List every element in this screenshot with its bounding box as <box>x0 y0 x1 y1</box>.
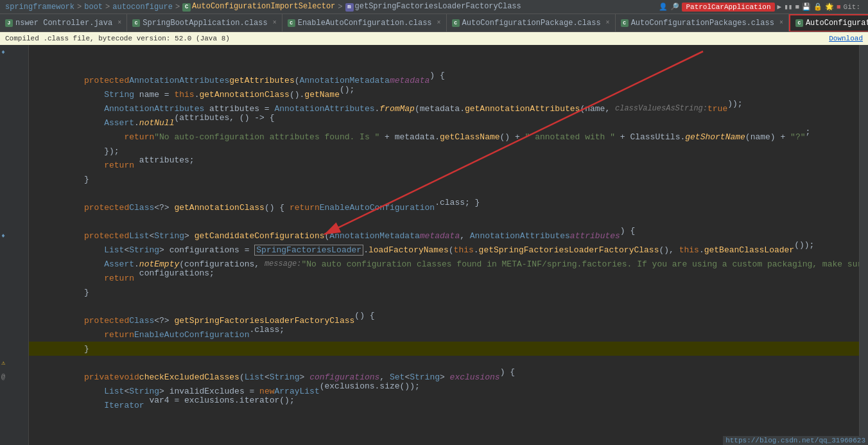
str-noautoconfig: "No auto-configuration attributes found.… <box>154 132 379 142</box>
cn-assert2: Assert <box>104 259 134 269</box>
code-line-configurations: List<String> configurations = SpringFact… <box>29 243 859 257</box>
highlighted-springfactoriesloader: SpringFactoriesLoader <box>254 245 363 256</box>
gutter-line-3 <box>0 73 28 87</box>
code-line-getspringfactories: protected Class<?> getSpringFactoriesLoa… <box>29 313 859 327</box>
param-exclusions: exclusions <box>450 372 500 382</box>
cn-annotationmetadata2: AnnotationMetadata <box>329 231 419 241</box>
param-metadata: metadata <box>390 76 430 85</box>
gutter-line-25 <box>0 384 28 398</box>
kw-void: void <box>119 372 139 382</box>
download-link[interactable]: Download <box>829 35 863 42</box>
mn-getspringfactoriesloader: getSpringFactoriesLoaderFactoryClass <box>174 316 354 326</box>
cn-annotationattributes4: AnnotationAttributes <box>470 231 570 241</box>
gutter-line-19 <box>0 299 28 313</box>
code-line-return-attributes: return attributes; <box>29 158 859 172</box>
gutter-line-2 <box>0 59 28 73</box>
gutter-line-22 <box>0 342 28 356</box>
mn-checkexcluded: checkExcludedClasses <box>139 372 239 382</box>
cn-string2: String <box>154 231 184 241</box>
tab-autoconfigurationpackage[interactable]: C AutoConfigurationPackage.class × <box>447 14 616 31</box>
cn-list4: List <box>104 387 124 396</box>
at-icon: @ <box>1 374 5 381</box>
bc-boot[interactable]: boot <box>84 3 103 12</box>
tab-autoconfigurationimportselector[interactable]: C AutoConfigurationImportSelector.class … <box>789 14 868 32</box>
scroll-gutter[interactable] <box>859 45 868 445</box>
code-line-closebrace2: } <box>29 172 859 186</box>
cn-class2: Class <box>129 316 154 326</box>
line-gutter: ♦ ♦ ⚠ @ <box>0 45 29 445</box>
kw-private: private <box>84 372 119 382</box>
gutter-line-27 <box>0 412 28 426</box>
code-line-getattributes: protected AnnotationAttributes getAttrib… <box>29 73 859 87</box>
bookmark-icon-2: ♦ <box>1 232 5 240</box>
gutter-line-24: @ <box>0 370 28 384</box>
gutter-line-14: ♦ <box>0 229 28 243</box>
cn-iterator: Iterator <box>104 401 144 410</box>
tab-answercontroller[interactable]: J nswer Controller.java × <box>0 14 127 31</box>
patrol-car-btn[interactable]: PatrolCarApplication <box>682 3 774 12</box>
mn-getclassname: getClassName <box>440 132 500 142</box>
code-line-iterator: Iterator var4 = exclusions.iterator(); <box>29 398 859 412</box>
gutter-line-9 <box>0 158 28 172</box>
warning-icon: ⚠ <box>1 359 5 367</box>
mn-getannotationclass2: getAnnotationClass <box>174 203 264 213</box>
gutter-line-10 <box>0 172 28 186</box>
tab-icon-c1: C <box>132 19 140 27</box>
str-noclasses: "No auto configuration classes found in … <box>302 259 860 269</box>
tab-enableautoconfiguration[interactable]: C EnableAutoConfiguration.class × <box>282 14 447 31</box>
code-area: ♦ ♦ ⚠ @ protected Annota <box>0 45 868 445</box>
bc-autoconfigure[interactable]: autoconfigure <box>112 3 173 12</box>
code-line-checkexcluded: private void checkExcludedClasses(List<S… <box>29 370 859 384</box>
kw-protected2: protected <box>84 203 129 213</box>
param-configurations: configurations <box>309 372 379 382</box>
tab-close-autoconfigurationpackages[interactable]: × <box>779 19 783 26</box>
hint-classvalues: classValuesAsString: <box>615 104 707 113</box>
mn-getname: getName <box>304 90 340 100</box>
gutter-line-4 <box>0 87 28 101</box>
top-right-icons: 👤 🔎 PatrolCarApplication ▶ ▮▮ ■ 💾 🔒 🌟 ■ … <box>659 3 863 12</box>
tab-icon-j: J <box>5 19 13 27</box>
tab-springbootapplication[interactable]: C SpringBootApplication.class × <box>127 14 282 31</box>
bc-method[interactable]: mgetSpringFactoriesLoaderFactoryClass <box>345 2 521 12</box>
cn-string1: String <box>104 90 134 100</box>
mn-getannotationattributes: getAnnotationAttributes <box>465 104 580 114</box>
tab-icon-c4: C <box>621 19 629 27</box>
code-line-empty5 <box>29 299 859 313</box>
tab-bar: J nswer Controller.java × C SpringBootAp… <box>0 14 868 32</box>
file-info-bar: Compiled .class file, bytecode version: … <box>0 32 868 45</box>
tab-label-autoconfigurationimportselector: AutoConfigurationImportSelector.class <box>806 19 868 28</box>
cn-string4: String <box>270 372 300 382</box>
kw-protected: protected <box>84 76 129 85</box>
kw-new: new <box>259 387 274 396</box>
code-line-return-enableauto: return EnableAutoConfiguration.class; <box>29 327 859 342</box>
bc-class[interactable]: CAutoConfigurationImportSelector <box>182 2 335 12</box>
kw-this1: this <box>174 90 194 100</box>
cn-assert: Assert <box>104 118 134 128</box>
param-attributes: attributes <box>570 231 620 241</box>
tab-close-enableautoconfiguration[interactable]: × <box>437 19 441 26</box>
tab-close-autoconfigurationpackage[interactable]: × <box>606 19 610 26</box>
mn-frommap: fromMap <box>379 104 415 114</box>
code-content: protected AnnotationAttributes getAttrib… <box>29 45 859 445</box>
code-line-getannotationclass: protected Class<?> getAnnotationClass() … <box>29 200 859 214</box>
bc-springframework[interactable]: springframework <box>5 3 74 12</box>
kw-protected3: protected <box>84 231 129 241</box>
kw-this2: this <box>454 245 474 255</box>
tab-label-enableautoconfiguration: EnableAutoConfiguration.class <box>298 19 432 28</box>
kw-return1: return <box>124 132 154 142</box>
tab-icon-c2: C <box>288 19 295 27</box>
code-line-empty1 <box>29 45 859 59</box>
gutter-line-18 <box>0 285 28 299</box>
tab-autoconfigurationpackages[interactable]: C AutoConfigurationPackages.class × <box>616 14 789 31</box>
cn-enableautoconfig1: EnableAutoConfiguration <box>320 203 435 213</box>
cn-list2: List <box>104 245 124 255</box>
url-bar: https://blog.csdn.net/qq_31960623 <box>723 436 868 445</box>
breadcrumb-bar: springframework > boot > autoconfigure >… <box>0 0 868 14</box>
mn-getcandidateconfigs: getCandidateConfigurations <box>195 231 325 241</box>
tab-close-answercontroller[interactable]: × <box>117 19 121 26</box>
mn-getspringfactories: getSpringFactoriesLoaderFactoryClass <box>479 245 659 255</box>
tab-close-springbootapplication[interactable]: × <box>273 19 277 26</box>
gutter-line-11 <box>0 186 28 200</box>
cn-enableautoconfig2: EnableAutoConfiguration <box>134 330 249 340</box>
mn-notempty: notEmpty <box>139 259 179 269</box>
